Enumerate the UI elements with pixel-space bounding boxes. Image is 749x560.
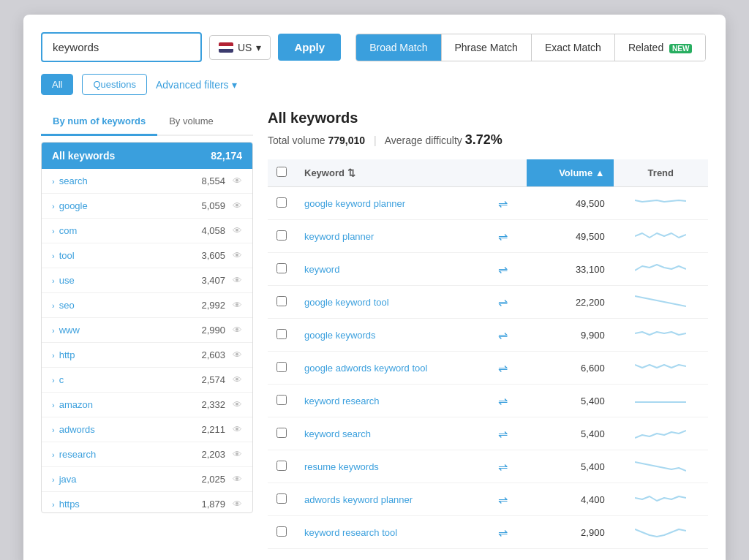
eye-icon[interactable]: 👁 <box>233 250 242 261</box>
list-item[interactable]: › search 8,554 👁 <box>42 169 252 194</box>
country-selector[interactable]: US <box>209 35 271 60</box>
kw-right: 2,990 👁 <box>201 325 242 336</box>
row-keyword[interactable]: keyword search <box>296 417 489 450</box>
tab-phrase-match[interactable]: Phrase Match <box>442 34 532 61</box>
sort-by-volume[interactable]: By volume <box>157 110 225 136</box>
table-row[interactable]: adwords keyword planner ⇌ 4,400 <box>268 483 708 516</box>
eye-icon[interactable]: 👁 <box>233 225 242 236</box>
keyword-list-header-count: 82,174 <box>211 150 242 162</box>
eye-icon[interactable]: 👁 <box>233 424 242 435</box>
row-keyword[interactable]: resume keywords <box>296 450 489 483</box>
row-checkbox[interactable] <box>276 395 287 405</box>
kw-right: 3,407 👁 <box>201 275 242 286</box>
list-item[interactable]: › https 1,879 👁 <box>42 492 252 512</box>
kw-left: › tool <box>52 250 75 261</box>
list-item[interactable]: › use 3,407 👁 <box>42 268 252 293</box>
chevron-right-icon: › <box>52 401 55 409</box>
filter-questions-button[interactable]: Questions <box>82 74 147 95</box>
row-add[interactable]: ⇌ <box>489 187 527 220</box>
row-checkbox[interactable] <box>276 197 287 208</box>
row-keyword[interactable]: google keyword tool <box>296 286 489 319</box>
row-checkbox[interactable] <box>276 461 287 471</box>
list-item[interactable]: › tool 3,605 👁 <box>42 243 252 268</box>
row-keyword[interactable]: google keywords <box>296 319 489 352</box>
apply-button[interactable]: Apply <box>278 34 341 61</box>
row-checkbox-cell <box>268 417 296 450</box>
eye-icon[interactable]: 👁 <box>233 175 242 186</box>
row-checkbox[interactable] <box>276 296 287 306</box>
table-row[interactable]: google keyword tool ⇌ 22,200 <box>268 286 708 319</box>
tab-exact-match[interactable]: Exact Match <box>532 34 615 61</box>
row-add[interactable]: ⇌ <box>489 319 527 352</box>
list-item[interactable]: › java 2,025 👁 <box>42 467 252 492</box>
sort-by-num[interactable]: By num of keywords <box>41 110 157 136</box>
row-keyword[interactable]: google adwords keyword tool <box>296 352 489 385</box>
row-add[interactable]: ⇌ <box>489 220 527 253</box>
row-add[interactable]: ⇌ <box>489 450 527 483</box>
eye-icon[interactable]: 👁 <box>233 325 242 336</box>
list-item[interactable]: › com 4,058 👁 <box>42 219 252 243</box>
list-item[interactable]: › research 2,203 👁 <box>42 442 252 467</box>
list-item[interactable]: › google 5,059 👁 <box>42 194 252 219</box>
row-add[interactable]: ⇌ <box>489 516 527 549</box>
select-all-checkbox[interactable] <box>276 167 287 177</box>
table-row[interactable]: resume keywords ⇌ 5,400 <box>268 450 708 483</box>
tab-broad-match[interactable]: Broad Match <box>356 34 441 61</box>
row-checkbox[interactable] <box>276 428 287 438</box>
eye-icon[interactable]: 👁 <box>233 349 242 360</box>
kw-word: use <box>59 275 75 286</box>
eye-icon[interactable]: 👁 <box>233 474 242 485</box>
eye-icon[interactable]: 👁 <box>233 200 242 211</box>
table-row[interactable]: google keywords ⇌ 9,900 <box>268 319 708 352</box>
keyword-list-body[interactable]: › search 8,554 👁 › google 5,059 👁 › com <box>42 169 252 512</box>
row-add[interactable]: ⇌ <box>489 253 527 286</box>
eye-icon[interactable]: 👁 <box>233 449 242 460</box>
row-keyword[interactable]: google keyword planner <box>296 187 489 220</box>
row-checkbox[interactable] <box>276 526 287 537</box>
row-add[interactable]: ⇌ <box>489 417 527 450</box>
row-add[interactable]: ⇌ <box>489 286 527 319</box>
row-checkbox[interactable] <box>276 263 287 273</box>
row-add[interactable]: ⇌ <box>489 483 527 516</box>
eye-icon[interactable]: 👁 <box>233 499 242 510</box>
list-item[interactable]: › adwords 2,211 👁 <box>42 417 252 442</box>
add-icon: ⇌ <box>498 230 508 243</box>
filter-all-button[interactable]: All <box>41 74 73 95</box>
add-icon: ⇌ <box>498 329 508 341</box>
row-keyword[interactable]: adwords keyword planner <box>296 483 489 516</box>
row-keyword[interactable]: keyword planner <box>296 220 489 253</box>
table-row[interactable]: keyword research ⇌ 5,400 <box>268 385 708 417</box>
table-row[interactable]: keyword search ⇌ 5,400 <box>268 417 708 450</box>
row-checkbox-cell <box>268 352 296 385</box>
eye-icon[interactable]: 👁 <box>233 300 242 311</box>
row-checkbox[interactable] <box>276 493 287 504</box>
eye-icon[interactable]: 👁 <box>233 275 242 286</box>
list-item[interactable]: › www 2,990 👁 <box>42 318 252 343</box>
table-row[interactable]: keyword planner ⇌ 49,500 <box>268 220 708 253</box>
eye-icon[interactable]: 👁 <box>233 399 242 410</box>
row-add[interactable]: ⇌ <box>489 352 527 385</box>
row-keyword[interactable]: keyword <box>296 253 489 286</box>
row-volume: 9,900 <box>527 319 614 352</box>
list-item[interactable]: › seo 2,992 👁 <box>42 293 252 318</box>
row-checkbox[interactable] <box>276 329 287 339</box>
row-add[interactable]: ⇌ <box>489 385 527 417</box>
eye-icon[interactable]: 👁 <box>233 374 242 385</box>
kw-word: http <box>59 349 75 360</box>
advanced-filters-toggle[interactable]: Advanced filters ▾ <box>156 79 237 91</box>
list-item[interactable]: › amazon 2,332 👁 <box>42 393 252 417</box>
table-row[interactable]: keyword research tool ⇌ 2,900 <box>268 516 708 549</box>
row-checkbox[interactable] <box>276 230 287 241</box>
list-item[interactable]: › http 2,603 👁 <box>42 343 252 368</box>
tab-related[interactable]: Related NEW <box>615 34 706 61</box>
search-input[interactable] <box>41 32 202 62</box>
list-item[interactable]: › c 2,574 👁 <box>42 368 252 393</box>
kw-word: research <box>59 449 97 460</box>
row-checkbox[interactable] <box>276 362 287 372</box>
row-keyword[interactable]: keyword research tool <box>296 516 489 549</box>
table-row[interactable]: google keyword planner ⇌ 49,500 <box>268 187 708 220</box>
row-keyword[interactable]: keyword research <box>296 385 489 417</box>
table-row[interactable]: google adwords keyword tool ⇌ 6,600 <box>268 352 708 385</box>
table-row[interactable]: keyword ⇌ 33,100 <box>268 253 708 286</box>
kw-count: 4,058 <box>201 225 225 236</box>
